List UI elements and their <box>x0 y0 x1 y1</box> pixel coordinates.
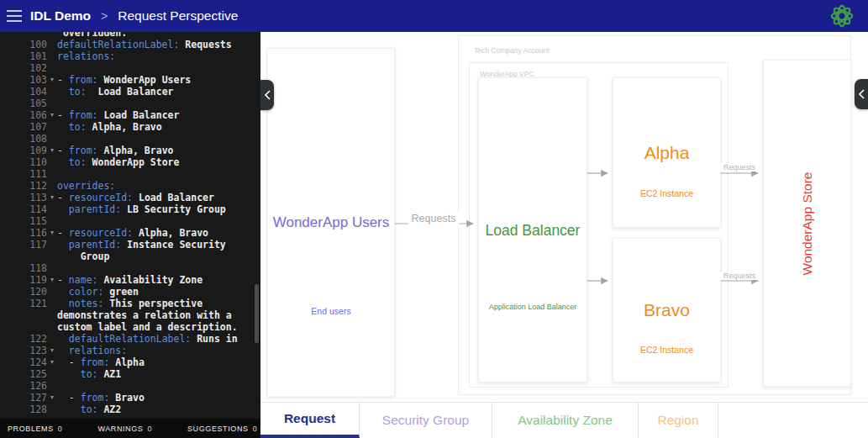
line-number: 102 <box>0 62 47 74</box>
editor-line[interactable]: 102 <box>0 62 260 74</box>
line-number: 110 <box>0 156 47 168</box>
status-item-warnings[interactable]: WARNINGS0 <box>97 425 152 433</box>
line-number: 122 <box>0 333 47 345</box>
editor-line[interactable]: 123▾ relations: <box>0 345 260 356</box>
container-label: Tech Company Account <box>474 46 549 55</box>
line-number: 124 <box>0 356 47 368</box>
line-number: 100 <box>0 39 47 50</box>
line-number: 123 <box>0 345 47 356</box>
line-number: 119 <box>0 274 47 286</box>
editor-line[interactable]: demonstrates a relation with a <box>0 309 260 321</box>
fold-chevron-icon[interactable]: ▾ <box>47 356 57 368</box>
editor-line[interactable]: 124▾ - from: Alpha <box>0 356 260 368</box>
editor-line[interactable]: 119▾- name: Availability Zone <box>0 274 260 286</box>
line-number: 108 <box>0 133 47 145</box>
node-alpha[interactable]: Alpha EC2 Instance <box>613 77 721 228</box>
fold-chevron-icon[interactable]: ▾ <box>47 345 57 356</box>
editor-line[interactable]: Group <box>0 251 260 262</box>
editor-line[interactable]: 109▾- from: Alpha, Bravo <box>0 145 260 156</box>
fold-chevron-icon[interactable]: ▾ <box>47 109 57 121</box>
expand-right-panel-handle[interactable] <box>855 79 868 109</box>
tab-request[interactable]: Request <box>260 403 360 438</box>
editor-line[interactable]: 114 parentId: LB Security Group <box>0 203 260 215</box>
node-load-balancer[interactable]: Load Balancer Application Load Balancer <box>478 77 587 383</box>
editor-scrollbar[interactable] <box>255 284 259 343</box>
editor-line[interactable]: 100defaultRelationLabel: Requests <box>0 39 260 50</box>
editor-line[interactable]: 104 to: Load Balancer <box>0 86 260 98</box>
node-title: Bravo <box>613 300 720 320</box>
tab-security-group[interactable]: Security Group <box>360 403 492 438</box>
editor-line[interactable]: overridden. <box>0 32 260 39</box>
editor-line[interactable]: 108 <box>0 133 260 145</box>
editor-line[interactable]: 121 notes: This perspective <box>0 298 260 309</box>
app-title[interactable]: IDL Demo <box>30 8 91 24</box>
fold-chevron-icon[interactable]: ▾ <box>47 274 57 286</box>
line-number: 101 <box>0 50 47 62</box>
fold-chevron-icon[interactable]: ▾ <box>47 392 57 404</box>
line-number: 115 <box>0 215 47 227</box>
editor-line[interactable]: 106▾- from: Load Balancer <box>0 109 260 121</box>
line-number: 120 <box>0 286 47 298</box>
line-number: 121 <box>0 298 47 309</box>
tab-availability-zone[interactable]: Availability Zone <box>492 403 639 438</box>
main-area: Tech Company Account WonderApp VPC Wonde… <box>260 32 868 438</box>
editor-line[interactable]: 115 <box>0 215 260 227</box>
editor-line[interactable]: 120 color: green <box>0 286 260 298</box>
line-number: 117 <box>0 239 47 251</box>
idl-code-editor[interactable]: overridden.100defaultRelationLabel: Requ… <box>0 32 260 419</box>
editor-line[interactable]: 126 <box>0 380 260 392</box>
fold-chevron-icon[interactable]: ▾ <box>47 74 57 86</box>
node-subtitle: End users <box>268 306 394 316</box>
tab-region[interactable]: Region <box>639 403 718 438</box>
node-title: WonderApp Store <box>800 172 815 275</box>
line-number: 105 <box>0 98 47 109</box>
editor-line[interactable]: 113▾- resourceId: Load Balancer <box>0 192 260 203</box>
editor-line[interactable]: 116▾- resourceId: Alpha, Bravo <box>0 227 260 239</box>
editor-line[interactable]: 107 to: Alpha, Bravo <box>0 121 260 133</box>
node-title: Load Balancer <box>479 221 587 239</box>
collapse-editor-handle[interactable] <box>260 80 274 110</box>
node-subtitle: EC2 Instance <box>613 345 720 355</box>
node-title: Alpha <box>613 143 720 163</box>
line-number: 112 <box>0 180 47 192</box>
line-number: 127 <box>0 392 47 404</box>
node-subtitle: EC2 Instance <box>613 188 720 198</box>
editor-line[interactable]: 103▾- from: WonderApp Users <box>0 74 260 86</box>
status-item-suggestions[interactable]: SUGGESTIONS0 <box>187 425 257 433</box>
chevron-left-icon <box>265 90 271 100</box>
knot-logo-icon[interactable] <box>829 3 855 29</box>
editor-line[interactable]: 110 to: WonderApp Store <box>0 156 260 168</box>
editor-line[interactable]: 105 <box>0 98 260 109</box>
line-number: 109 <box>0 145 47 156</box>
fold-chevron-icon[interactable]: ▾ <box>47 227 57 239</box>
fold-chevron-icon[interactable]: ▾ <box>47 145 57 156</box>
status-item-problems[interactable]: PROBLEMS0 <box>8 425 62 433</box>
editor-line[interactable]: 127▾ - from: Bravo <box>0 392 260 404</box>
editor-line[interactable]: 128 to: AZ2 <box>0 404 260 415</box>
line-number: 104 <box>0 86 47 98</box>
editor-line[interactable]: 117 parentId: Instance Security <box>0 239 260 251</box>
diagram-canvas[interactable]: Tech Company Account WonderApp VPC Wonde… <box>260 32 868 402</box>
node-wonderapp-users[interactable]: WonderApp Users End users <box>267 48 395 397</box>
node-subtitle: Application Load Balancer <box>479 303 587 311</box>
node-bravo[interactable]: Bravo EC2 Instance <box>613 238 721 383</box>
edge-label-requests: Requests <box>720 163 759 172</box>
editor-line[interactable]: 125 to: AZ1 <box>0 368 260 380</box>
line-number: 106 <box>0 109 47 121</box>
page-title: Request Perspective <box>118 8 238 24</box>
line-number: 126 <box>0 380 47 392</box>
editor-line[interactable]: 111 <box>0 168 260 180</box>
line-number: 107 <box>0 121 47 133</box>
fold-chevron-icon[interactable]: ▾ <box>47 192 57 203</box>
line-number: 125 <box>0 368 47 380</box>
line-number: 128 <box>0 404 47 415</box>
top-bar: IDL Demo > Request Perspective <box>0 0 868 32</box>
editor-line[interactable]: 112overrides: <box>0 180 260 192</box>
editor-line[interactable]: custom label and a description. <box>0 321 260 333</box>
editor-line[interactable]: 122 defaultRelationLabel: Runs in <box>0 333 260 345</box>
menu-icon[interactable] <box>0 0 29 32</box>
editor-line[interactable]: 118 <box>0 262 260 274</box>
node-wonderapp-store[interactable]: WonderApp Store <box>763 60 851 387</box>
editor-line[interactable]: 101relations: <box>0 50 260 62</box>
line-number: 114 <box>0 203 47 215</box>
